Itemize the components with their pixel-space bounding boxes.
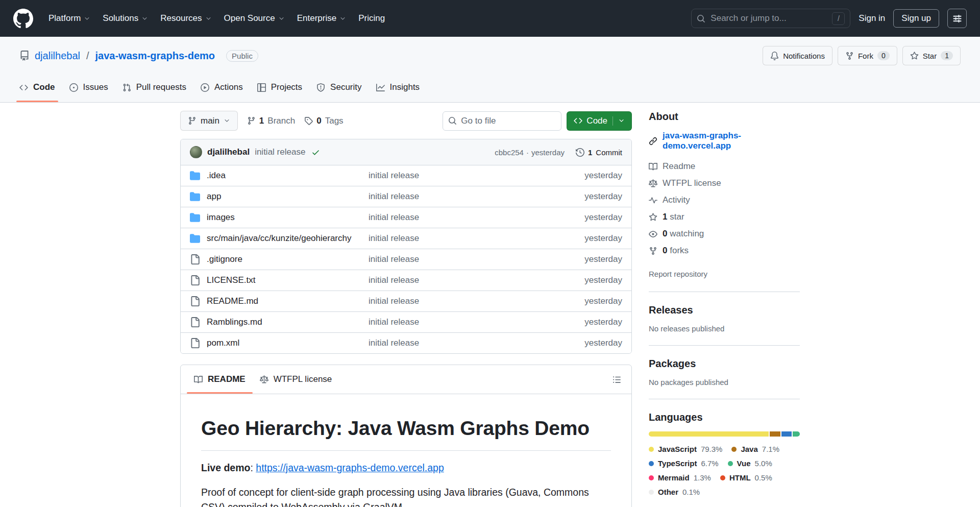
file-name-link[interactable]: LICENSE.txt	[207, 275, 255, 285]
tab-insights[interactable]: Insights	[369, 73, 427, 102]
code-dropdown-button[interactable]: Code	[567, 111, 632, 131]
visibility-badge: Public	[226, 50, 258, 62]
sidebar-item-label: Readme	[663, 161, 695, 172]
sidebar-item-stars[interactable]: 1 star	[649, 212, 800, 222]
file-commit-message-link[interactable]: initial release	[369, 317, 419, 327]
nav-label: Enterprise	[297, 13, 336, 23]
star-button[interactable]: Star 1	[902, 46, 961, 65]
file-commit-message-link[interactable]: initial release	[369, 296, 419, 306]
search-icon	[697, 14, 705, 23]
file-commit-message-link[interactable]: initial release	[369, 212, 419, 222]
readme-title: Geo Hierarchy: Java Wasm Graphs Demo	[201, 414, 611, 451]
nav-item-pricing[interactable]: Pricing	[353, 9, 390, 28]
sign-in-link[interactable]: Sign in	[859, 13, 885, 23]
commit-history-link[interactable]: 1 Commit	[576, 148, 622, 157]
nav-item-platform[interactable]: Platform	[43, 9, 95, 28]
file-name-link[interactable]: src/main/java/cc/kunzite/geohierarchy	[207, 233, 351, 244]
file-commit-message-link[interactable]: initial release	[369, 254, 419, 264]
nav-item-resources[interactable]: Resources	[155, 9, 216, 28]
file-commit-message-link[interactable]: initial release	[369, 191, 419, 201]
language-dot-icon	[649, 461, 654, 466]
commit-author-link[interactable]: djalilhebal	[207, 147, 250, 157]
language-dot-icon	[649, 490, 654, 495]
appearance-settings-button[interactable]	[947, 9, 967, 28]
sidebar-item-label: forks	[670, 246, 689, 255]
tab-readme[interactable]: README	[187, 365, 253, 394]
sidebar-item-label: star	[670, 212, 684, 222]
file-name-link[interactable]: Ramblings.md	[207, 317, 262, 327]
tags-link[interactable]: 0 Tags	[304, 116, 343, 126]
commit-sha-link[interactable]: cbbc254	[495, 148, 524, 157]
commit-check-status[interactable]	[311, 148, 320, 157]
nav-item-solutions[interactable]: Solutions	[97, 9, 153, 28]
language-item[interactable]: JavaScript 79.3%	[649, 445, 722, 453]
file-commit-message-link[interactable]: initial release	[369, 275, 419, 285]
live-demo-link[interactable]: https://java-wasm-graphs-demo.vercel.app	[256, 462, 444, 473]
tab-license[interactable]: WTFPL license	[253, 365, 339, 394]
language-item[interactable]: HTML 0.5%	[720, 473, 772, 482]
sidebar-item-forks[interactable]: 0 forks	[649, 246, 800, 256]
sidebar-item-license[interactable]: WTFPL license	[649, 178, 800, 188]
tab-pull-requests[interactable]: Pull requests	[115, 73, 193, 102]
language-item[interactable]: Java 7.1%	[731, 445, 779, 453]
language-dot-icon	[728, 461, 733, 466]
table-row: Ramblings.md initial release yesterday	[181, 311, 631, 332]
nav-label: Open Source	[224, 13, 275, 23]
live-demo-label: Live demo	[201, 462, 250, 473]
sidebar-item-activity[interactable]: Activity	[649, 195, 800, 205]
commit-message-link[interactable]: initial release	[255, 147, 305, 157]
file-name-link[interactable]: app	[207, 191, 221, 202]
file-name-link[interactable]: README.md	[207, 296, 258, 306]
language-dot-icon	[649, 447, 654, 452]
language-item[interactable]: Other 0.1%	[649, 488, 700, 496]
language-item[interactable]: TypeScript 6.7%	[649, 459, 719, 468]
fork-button[interactable]: Fork 0	[838, 46, 897, 65]
file-commit-message-link[interactable]: initial release	[369, 338, 419, 348]
graph-icon	[376, 83, 385, 92]
nav-item-open-source[interactable]: Open Source	[219, 9, 290, 28]
file-name-link[interactable]: .idea	[207, 171, 226, 181]
file-name-link[interactable]: .gitignore	[207, 254, 242, 264]
notifications-button[interactable]: Notifications	[763, 46, 832, 65]
file-commit-message-link[interactable]: initial release	[369, 171, 419, 180]
breadcrumb-repo-link[interactable]: java-wasm-graphs-demo	[95, 50, 215, 62]
language-item[interactable]: Mermaid 1.3%	[649, 473, 711, 482]
tab-issues[interactable]: Issues	[62, 73, 115, 102]
sidebar-item-watching[interactable]: 0 watching	[649, 229, 800, 239]
tab-security[interactable]: Security	[309, 73, 369, 102]
tab-label: Projects	[271, 82, 302, 92]
tab-projects[interactable]: Projects	[250, 73, 309, 102]
branch-count-label: Branch	[267, 116, 295, 126]
branches-link[interactable]: 1 Branch	[247, 116, 295, 126]
sidebar-item-readme[interactable]: Readme	[649, 161, 800, 172]
avatar[interactable]	[190, 146, 202, 158]
chevron-down-icon	[205, 15, 212, 22]
report-repository-link[interactable]: Report repository	[649, 270, 707, 278]
stat-count: 0	[663, 246, 667, 255]
language-item[interactable]: Vue 5.0%	[728, 459, 772, 468]
go-to-file-input[interactable]	[461, 116, 556, 126]
readme-paragraph: Proof of concept for client-side graph p…	[201, 485, 611, 507]
table-row: .idea initial release yesterday	[181, 165, 631, 186]
sidebar: About java-wasm-graphs-demo.vercel.app R…	[649, 111, 800, 507]
tag-count: 0	[316, 116, 321, 126]
website-link[interactable]: java-wasm-graphs-demo.vercel.app	[663, 131, 800, 151]
search-placeholder: Search or jump to...	[710, 13, 786, 23]
search-input[interactable]: Search or jump to... /	[691, 9, 850, 28]
branch-selector-button[interactable]: main	[180, 111, 238, 131]
file-commit-message-link[interactable]: initial release	[369, 233, 419, 243]
github-logo-icon[interactable]	[13, 9, 33, 29]
nav-item-enterprise[interactable]: Enterprise	[292, 9, 351, 28]
language-name: JavaScript	[658, 445, 697, 453]
tab-code[interactable]: Code	[12, 73, 62, 102]
breadcrumb-owner-link[interactable]: djalilhebal	[35, 50, 80, 62]
table-row: images initial release yesterday	[181, 207, 631, 228]
table-row: src/main/java/cc/kunzite/geohierarchy in…	[181, 228, 631, 249]
outline-button[interactable]	[608, 371, 625, 388]
sign-up-button[interactable]: Sign up	[893, 9, 939, 28]
tab-actions[interactable]: Actions	[193, 73, 250, 102]
file-name-link[interactable]: pom.xml	[207, 338, 239, 348]
file-browser: djalilhebal initial release cbbc254 · ye…	[180, 139, 632, 354]
commit-count-label: Commit	[596, 148, 622, 157]
file-name-link[interactable]: images	[207, 212, 235, 223]
